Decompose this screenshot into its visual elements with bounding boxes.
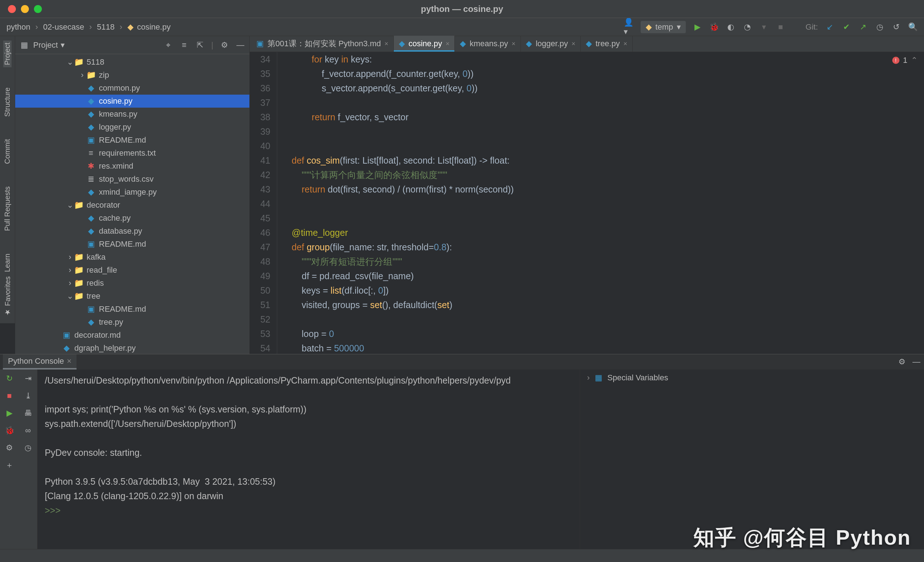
toolwindow-tab[interactable]: Commit (3, 137, 12, 166)
python-console-tab[interactable]: Python Console× (3, 354, 76, 370)
tree-arrow-icon[interactable]: ⌄ (66, 57, 74, 67)
tree-arrow-icon[interactable]: › (66, 252, 74, 262)
vars-icon[interactable]: ∞ (24, 426, 33, 435)
collapse-all-icon[interactable]: ⇱ (195, 41, 205, 50)
tree-node[interactable]: ◆xmind_iamge.py (15, 186, 249, 198)
tree-arrow-icon[interactable]: › (66, 278, 74, 288)
hide-icon[interactable]: — (912, 357, 921, 367)
git-push-icon[interactable]: ↗ (858, 23, 868, 32)
tree-node[interactable]: ✱res.xmind (15, 160, 249, 173)
tree-arrow-icon[interactable]: › (79, 71, 86, 80)
toolwindow-tab[interactable]: Project (3, 41, 12, 67)
tree-node[interactable]: ›📁zip (15, 69, 249, 82)
stop-icon[interactable]: ■ (776, 23, 785, 32)
py-icon: ◆ (86, 213, 96, 223)
scroll-end-icon[interactable]: ⤓ (24, 391, 33, 401)
close-icon[interactable]: × (572, 40, 575, 48)
tree-node[interactable]: ◆cache.py (15, 212, 249, 225)
tree-node[interactable]: ≡requirements.txt (15, 147, 249, 160)
tree-node[interactable]: ▣decorator.md (15, 329, 249, 342)
chevron-right-icon[interactable]: › (587, 373, 590, 383)
tree-arrow-icon[interactable]: › (66, 266, 74, 275)
expand-all-icon[interactable]: ≡ (179, 41, 189, 50)
search-icon[interactable]: 🔍 (908, 23, 918, 32)
close-icon[interactable]: × (512, 40, 516, 48)
tree-node[interactable]: ›📁read_file (15, 264, 249, 276)
profile-icon[interactable]: ◔ (743, 23, 752, 32)
close-icon[interactable]: × (623, 40, 627, 48)
attach-icon[interactable]: ▾ (759, 23, 769, 32)
add-config-icon[interactable]: 👤▾ (624, 23, 633, 32)
tree-node[interactable]: ≣stop_words.csv (15, 173, 249, 186)
code-text[interactable]: for key in keys: f_vector.append(f_count… (286, 52, 924, 354)
tree-node[interactable]: ▣README.md (15, 303, 249, 316)
console-output[interactable]: /Users/herui/Desktop/python/venv/bin/pyt… (38, 370, 580, 549)
tree-node[interactable]: ◆dgraph_helper.py (15, 342, 249, 354)
rerun-icon[interactable]: ↻ (5, 374, 14, 383)
gear-icon[interactable]: ⚙ (897, 357, 907, 367)
toolwindow-tab[interactable]: Structure (3, 85, 12, 119)
zoom-window[interactable] (34, 5, 42, 13)
variables-panel[interactable]: › ▦ Special Variables (580, 370, 924, 549)
tree-node[interactable]: ⌄📁tree (15, 290, 249, 303)
soft-wrap-icon[interactable]: ⇥ (24, 374, 33, 383)
coverage-icon[interactable]: ◐ (726, 23, 736, 32)
run-icon[interactable]: ▶ (5, 409, 14, 418)
breadcrumb-item[interactable]: 5118 (97, 23, 114, 32)
chevron-down-icon: ▾ (61, 41, 64, 50)
code-area[interactable]: 3435363738394041424344454647484950515253… (250, 52, 924, 354)
rollback-icon[interactable]: ↺ (891, 23, 901, 32)
tree-arrow-icon[interactable]: ⌄ (66, 200, 74, 210)
tree-node[interactable]: ▣README.md (15, 237, 249, 251)
tree-node[interactable]: ⌄📁5118 (15, 56, 249, 69)
tree-node[interactable]: ▣README.md (15, 134, 249, 147)
tree-node[interactable]: ›📁redis (15, 276, 249, 290)
project-tree[interactable]: ⌄📁5118›📁zip◆common.py◆cosine.py◆kmeans.p… (15, 54, 249, 354)
git-commit-icon[interactable]: ✔ (842, 23, 851, 32)
project-view-selector[interactable]: Project ▾ (33, 41, 64, 50)
breadcrumb-item[interactable]: python (6, 23, 30, 32)
tree-arrow-icon[interactable]: ⌄ (66, 292, 74, 301)
git-update-icon[interactable]: ↙ (825, 23, 834, 32)
debug-icon[interactable]: 🐞 (710, 23, 719, 32)
toolwindow-tab[interactable]: Learn (3, 251, 12, 274)
tree-node[interactable]: ⌄📁decorator (15, 198, 249, 212)
problems-badge[interactable]: ! 1 ⌃ (892, 56, 918, 65)
tree-node[interactable]: ›📁kafka (15, 251, 249, 264)
tree-node[interactable]: ◆logger.py (15, 121, 249, 134)
tree-node[interactable]: ◆kmeans.py (15, 108, 249, 121)
add-icon[interactable]: ＋ (5, 460, 14, 470)
tree-node[interactable]: ◆common.py (15, 82, 249, 95)
close-window[interactable] (8, 5, 16, 13)
history-icon[interactable]: ◷ (875, 23, 884, 32)
tree-node[interactable]: ◆database.py (15, 225, 249, 237)
tree-node[interactable]: ◆tree.py (15, 316, 249, 329)
gear-icon[interactable]: ⚙ (220, 41, 229, 50)
settings-icon[interactable]: ⚙ (5, 443, 14, 452)
tree-node[interactable]: ◆cosine.py (15, 95, 249, 108)
run-config-dropdown[interactable]: ◆ temp ▾ (640, 21, 686, 33)
editor-tab[interactable]: ◆cosine.py× (394, 36, 455, 52)
debug-icon[interactable]: 🐞 (5, 426, 14, 435)
tab-label: logger.py (536, 39, 568, 48)
toolwindow-tab[interactable]: Pull Requests (3, 184, 12, 233)
breadcrumb-item[interactable]: cosine.py (137, 23, 171, 32)
close-icon[interactable]: × (67, 356, 72, 365)
run-icon[interactable]: ▶ (693, 23, 702, 32)
minimize-window[interactable] (21, 5, 29, 13)
breadcrumb-item[interactable]: 02-usecase (43, 23, 84, 32)
editor-tab[interactable]: ◆logger.py× (521, 36, 581, 52)
stop-icon[interactable]: ■ (5, 391, 14, 401)
console-prompt[interactable]: >>> (45, 503, 573, 518)
project-icon: ▦ (20, 41, 29, 50)
hide-icon[interactable]: — (236, 41, 245, 50)
close-icon[interactable]: × (446, 40, 450, 48)
editor-tab[interactable]: ◆kmeans.py× (455, 36, 521, 52)
history-icon[interactable]: ◷ (24, 443, 33, 452)
editor-tab[interactable]: ◆tree.py× (581, 36, 633, 52)
print-icon[interactable]: 🖶 (24, 409, 33, 418)
toolwindow-tab[interactable]: ★ Favorites (3, 274, 12, 319)
close-icon[interactable]: × (384, 40, 388, 48)
locate-icon[interactable]: ⌖ (164, 41, 173, 50)
editor-tab[interactable]: ▣第001课：如何安装 Python3.md× (251, 36, 394, 52)
